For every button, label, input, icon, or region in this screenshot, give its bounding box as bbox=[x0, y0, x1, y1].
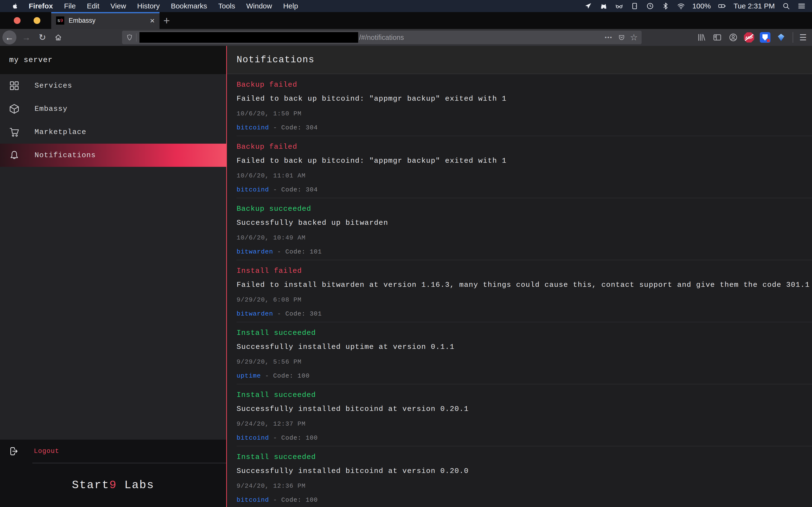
menu-app-name[interactable]: Firefox bbox=[23, 2, 58, 10]
bitwarden-lock bbox=[766, 39, 770, 43]
notification-meta: bitcoind - Code: 100 bbox=[237, 434, 812, 442]
notification-body: Successfully installed uptime at version… bbox=[237, 343, 812, 351]
logout-icon bbox=[9, 446, 18, 456]
grid-icon bbox=[9, 80, 20, 91]
page-header: Notifications bbox=[227, 46, 812, 74]
sidebar-header: my server bbox=[0, 46, 226, 74]
embassy-app: my server Services Embassy Marketplace bbox=[0, 46, 812, 507]
server-title: my server bbox=[9, 56, 53, 64]
notification-timestamp: 10/6/20, 10:49 AM bbox=[237, 234, 812, 242]
tab-close-icon[interactable]: × bbox=[150, 16, 155, 24]
notification-code: - Code: 100 bbox=[265, 372, 310, 380]
paper-plane-icon[interactable] bbox=[584, 2, 592, 10]
menubar-status-area: 100% Tue 2:31 PM bbox=[584, 2, 806, 10]
menu-edit[interactable]: Edit bbox=[81, 2, 105, 10]
browser-tab-embassy[interactable]: s9 Embassy × bbox=[51, 12, 159, 29]
app-link[interactable]: uptime bbox=[237, 372, 261, 380]
menu-file[interactable]: File bbox=[58, 2, 81, 10]
notification-code: - Code: 100 bbox=[273, 496, 318, 504]
glasses-icon[interactable] bbox=[615, 2, 623, 10]
app-link[interactable]: bitcoind bbox=[237, 186, 269, 193]
menu-tools[interactable]: Tools bbox=[213, 2, 241, 10]
notification-meta: bitwarden - Code: 101 bbox=[237, 248, 812, 256]
notification-item: Backup succeeded Successfully backed up … bbox=[237, 198, 812, 260]
adblock-plus-extension-icon[interactable]: ABP bbox=[744, 32, 755, 43]
notification-timestamp: 9/29/20, 6:08 PM bbox=[237, 296, 812, 304]
notification-item: Install succeeded Successfully installed… bbox=[237, 322, 812, 384]
page-title: Notifications bbox=[237, 55, 314, 65]
sidebar-item-label: Services bbox=[35, 81, 72, 90]
new-tab-button[interactable]: + bbox=[161, 12, 172, 29]
page-actions-icon[interactable]: ••• bbox=[605, 34, 613, 41]
notification-timestamp: 9/24/20, 12:36 PM bbox=[237, 482, 812, 490]
brand-labs: Labs bbox=[117, 479, 154, 492]
tracking-protection-shield-icon[interactable] bbox=[126, 34, 133, 41]
pocket-save-icon[interactable] bbox=[618, 34, 630, 41]
toolbar-separator bbox=[793, 32, 793, 43]
apple-logo-icon[interactable] bbox=[7, 2, 23, 10]
back-button[interactable]: ← bbox=[2, 31, 16, 44]
urlbar-separator bbox=[136, 33, 137, 42]
bookmark-star-icon[interactable]: ☆ bbox=[630, 32, 638, 43]
notification-item: Install succeeded Successfully installed… bbox=[237, 384, 812, 446]
redacted-url-host bbox=[140, 32, 358, 43]
app-link[interactable]: bitwarden bbox=[237, 248, 273, 256]
url-bar[interactable]: /#/notifications ••• ☆ bbox=[122, 31, 642, 44]
wifi-icon[interactable] bbox=[677, 2, 685, 10]
sidebar-toggle-icon[interactable] bbox=[712, 32, 723, 43]
notification-code: - Code: 100 bbox=[273, 434, 318, 442]
gem-extension-icon[interactable] bbox=[776, 32, 786, 43]
app-link[interactable]: bitcoind bbox=[237, 496, 269, 504]
notification-code: - Code: 304 bbox=[273, 124, 318, 131]
app-link[interactable]: bitwarden bbox=[237, 310, 273, 318]
library-icon[interactable] bbox=[696, 32, 707, 43]
bluetooth-icon[interactable] bbox=[661, 2, 670, 10]
menu-window[interactable]: Window bbox=[241, 2, 278, 10]
time-machine-icon[interactable] bbox=[646, 2, 654, 10]
app-link[interactable]: bitcoind bbox=[237, 124, 269, 131]
display-icon[interactable] bbox=[630, 2, 639, 10]
tab-favicon: s9 bbox=[56, 16, 64, 24]
notification-item: Install failed Failed to install bitward… bbox=[237, 260, 812, 322]
battery-percentage: 100% bbox=[692, 2, 711, 10]
menu-history[interactable]: History bbox=[132, 2, 165, 10]
bitwarden-extension-icon[interactable] bbox=[760, 32, 770, 43]
notification-timestamp: 9/29/20, 5:56 PM bbox=[237, 358, 812, 366]
spotlight-search-icon[interactable] bbox=[782, 2, 790, 10]
logout-button[interactable]: Logout bbox=[0, 440, 226, 463]
menu-help[interactable]: Help bbox=[278, 2, 304, 10]
minimize-window-button[interactable] bbox=[34, 17, 40, 24]
sidebar-item-notifications[interactable]: Notifications bbox=[0, 144, 226, 167]
reload-button[interactable]: ↻ bbox=[35, 31, 49, 44]
sidebar-item-services[interactable]: Services bbox=[0, 74, 226, 97]
sidebar-item-embassy[interactable]: Embassy bbox=[0, 97, 226, 120]
sidebar-item-label: Marketplace bbox=[35, 128, 87, 136]
notification-title: Install succeeded bbox=[237, 391, 812, 399]
menu-bookmarks[interactable]: Bookmarks bbox=[165, 2, 213, 10]
forward-button[interactable]: → bbox=[19, 31, 33, 44]
battery-icon[interactable] bbox=[718, 2, 726, 10]
brand-start: Start bbox=[72, 479, 109, 492]
toolbar-extensions-area: ABP ☰ bbox=[696, 29, 812, 46]
hamburger-menu-icon[interactable]: ☰ bbox=[800, 33, 807, 42]
cart-icon bbox=[9, 126, 20, 137]
account-icon[interactable] bbox=[728, 32, 739, 43]
notification-code: - Code: 304 bbox=[273, 186, 318, 193]
sidebar-bottom: Logout Start9 Labs bbox=[0, 440, 226, 507]
main-content: Notifications Backup failed Failed to ba… bbox=[227, 46, 812, 507]
notification-title: Install succeeded bbox=[237, 329, 812, 337]
notification-body: Successfully installed bitcoind at versi… bbox=[237, 405, 812, 413]
brand-nine: 9 bbox=[109, 479, 117, 492]
list-menu-icon[interactable] bbox=[798, 2, 806, 10]
sidebar-item-marketplace[interactable]: Marketplace bbox=[0, 120, 226, 144]
menubar-clock[interactable]: Tue 2:31 PM bbox=[733, 2, 775, 10]
menu-view[interactable]: View bbox=[105, 2, 132, 10]
notification-title: Backup succeeded bbox=[237, 205, 812, 213]
cat-icon[interactable] bbox=[600, 2, 608, 10]
app-link[interactable]: bitcoind bbox=[237, 434, 269, 442]
close-window-button[interactable] bbox=[14, 17, 20, 24]
notification-item: Install succeeded Successfully installed… bbox=[237, 446, 812, 507]
bell-icon bbox=[9, 150, 20, 161]
firefox-tab-bar: s9 Embassy × + bbox=[0, 12, 812, 29]
home-button[interactable] bbox=[51, 31, 65, 44]
